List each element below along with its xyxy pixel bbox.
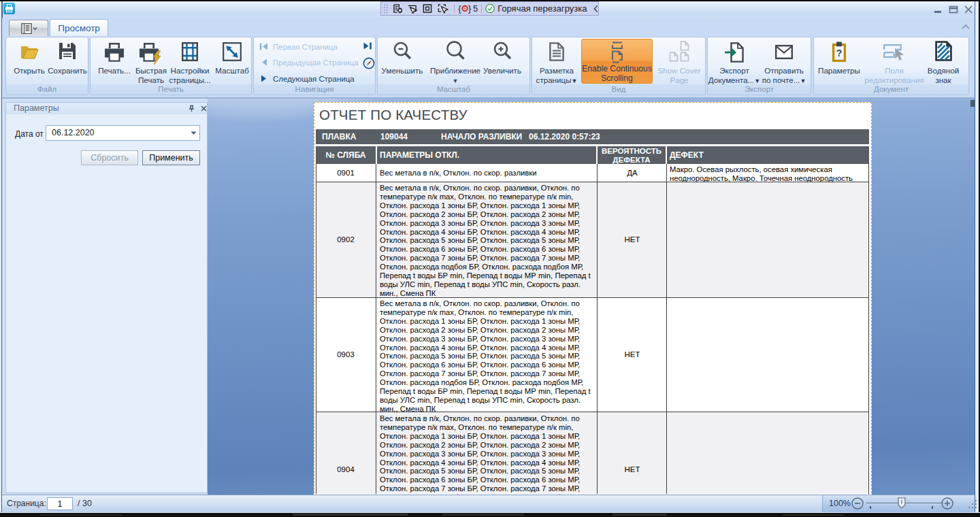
svg-text:?: ? — [836, 48, 843, 59]
